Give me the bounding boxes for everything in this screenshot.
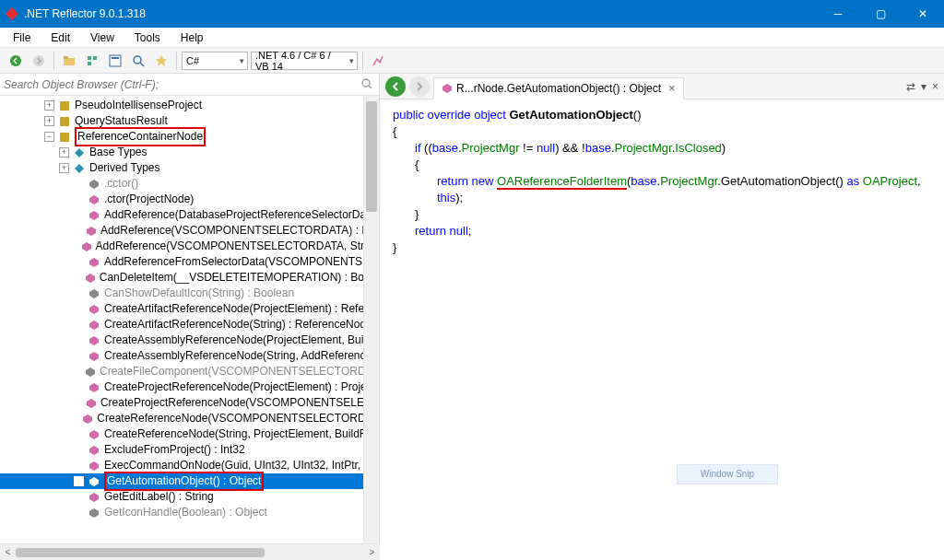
svg-rect-3 [64, 56, 68, 59]
folder-icon [72, 161, 86, 175]
tree-node[interactable]: GetIconHandle(Boolean) : Object [0, 505, 379, 520]
tree-node[interactable]: +Base Types [0, 145, 379, 160]
menu-edit[interactable]: Edit [47, 29, 74, 46]
code-tab-header: R...rNode.GetAutomationObject() : Object… [380, 74, 944, 99]
method-icon [87, 255, 100, 269]
tree-node[interactable]: ExcludeFromProject() : Int32 [0, 442, 379, 458]
code-view[interactable]: public override object GetAutomationObje… [380, 99, 944, 543]
assembly-list-button[interactable] [82, 51, 102, 71]
object-tree[interactable]: +PseudoIntellisenseProject +QueryStatusR… [0, 96, 379, 543]
method-icon [87, 459, 100, 472]
class-icon [57, 99, 71, 112]
search-input[interactable] [4, 78, 360, 91]
class-view-button[interactable] [105, 51, 125, 71]
search-button[interactable] [128, 51, 148, 71]
analyze-button[interactable] [368, 51, 388, 71]
open-button[interactable] [59, 51, 79, 71]
menu-view[interactable]: View [87, 29, 118, 46]
method-icon [87, 286, 100, 300]
method-icon [85, 396, 97, 410]
window-controls: ─ ▢ ✕ [817, 0, 944, 28]
method-icon [87, 302, 100, 316]
tree-node-reference-container[interactable]: −ReferenceContainerNode [0, 129, 379, 145]
method-icon [81, 239, 92, 253]
svg-rect-6 [88, 62, 91, 65]
menubar: File Edit View Tools Help [0, 28, 944, 48]
menu-file[interactable]: File [9, 29, 34, 46]
framework-select[interactable]: .NET 4.6 / C# 6 / VB 14 [251, 52, 358, 70]
titlebar: .NET Reflector 9.0.1.318 ─ ▢ ✕ [0, 0, 944, 28]
close-tab-icon[interactable]: × [668, 81, 676, 95]
menu-help[interactable]: Help [177, 29, 207, 46]
method-icon [442, 83, 453, 94]
close-panel-icon[interactable]: × [932, 80, 938, 93]
tree-node[interactable]: GetEditLabel() : String [0, 489, 379, 505]
bookmark-button[interactable] [151, 51, 171, 71]
tree-node[interactable]: +Derived Types [0, 160, 379, 176]
svg-rect-15 [60, 133, 69, 142]
tree-node[interactable]: CreateReferenceNode(String, ProjectEleme… [0, 426, 379, 442]
tree-node[interactable]: AddReferenceFromSelectorData(VSCOMPONENT… [0, 254, 379, 270]
app-title: .NET Reflector 9.0.1.318 [24, 7, 146, 20]
tree-node[interactable]: CanDeleteItem(__VSDELETEITEMOPERATION) :… [0, 270, 379, 286]
tree-node[interactable]: CreateArtifactReferenceNode(ProjectEleme… [0, 301, 379, 317]
tree-node[interactable]: CreateAssemblyReferenceNode(String, AddR… [0, 348, 379, 364]
tree-node[interactable]: +PseudoIntellisenseProject [0, 98, 379, 113]
tree-vscrollbar[interactable] [363, 96, 379, 543]
pin-icon[interactable]: ⇄ [906, 80, 915, 93]
method-icon [87, 506, 100, 519]
tree-node[interactable]: CreateProjectReferenceNode(ProjectElemen… [0, 379, 379, 395]
tree-node[interactable]: CreateProjectReferenceNode(VSCOMPONENTSE… [0, 395, 379, 411]
tree-node[interactable]: AddReference(VSCOMPONENTSELECTORDATA, St… [0, 239, 379, 254]
tree-node[interactable]: .cctor() [0, 176, 379, 192]
method-icon [87, 427, 100, 441]
toolbar: C# .NET 4.6 / C# 6 / VB 14 [0, 48, 944, 74]
forward-button[interactable] [29, 51, 49, 71]
svg-point-11 [362, 79, 370, 87]
tree-node[interactable]: CreateAssemblyReferenceNode(ProjectEleme… [0, 332, 379, 348]
code-panel: R...rNode.GetAutomationObject() : Object… [380, 74, 944, 543]
method-icon [87, 318, 100, 332]
tree-hscrollbar[interactable]: < > [0, 543, 380, 560]
method-icon [82, 412, 93, 426]
method-icon [85, 271, 96, 285]
method-icon [87, 490, 100, 504]
tree-node[interactable]: AddReference(DatabaseProjectReferenceSel… [0, 207, 379, 223]
svg-line-12 [369, 86, 372, 88]
svg-rect-14 [60, 117, 69, 126]
method-icon [87, 333, 100, 347]
language-select[interactable]: C# [182, 52, 248, 70]
back-button[interactable] [6, 51, 26, 71]
svg-line-10 [140, 63, 144, 66]
svg-rect-4 [88, 56, 91, 60]
dropdown-icon[interactable]: ▾ [921, 80, 926, 93]
svg-rect-13 [60, 101, 69, 111]
close-button[interactable]: ✕ [902, 0, 944, 28]
method-icon [85, 365, 96, 379]
svg-rect-7 [110, 55, 121, 66]
search-icon [360, 77, 375, 92]
svg-rect-2 [64, 58, 75, 65]
tree-node[interactable]: CreateReferenceNode(VSCOMPONENTSELECTORD… [0, 411, 379, 426]
code-forward-button[interactable] [409, 76, 430, 97]
menu-tools[interactable]: Tools [131, 29, 164, 46]
svg-point-0 [10, 55, 21, 66]
minimize-button[interactable]: ─ [817, 0, 859, 28]
tree-node[interactable]: CanShowDefaultIcon(String) : Boolean [0, 286, 379, 301]
folder-icon [72, 146, 86, 159]
method-icon [87, 349, 100, 363]
enum-icon [57, 114, 71, 128]
svg-point-1 [33, 55, 44, 66]
maximize-button[interactable]: ▢ [859, 0, 902, 28]
method-icon [87, 177, 100, 191]
object-browser-panel: +PseudoIntellisenseProject +QueryStatusR… [0, 74, 380, 543]
tree-node-getautomationobject[interactable]: GetAutomationObject() : Object [0, 473, 379, 489]
tree-node[interactable]: AddReference(VSCOMPONENTSELECTORDATA) : … [0, 223, 379, 239]
tree-node[interactable]: CreateFileComponent(VSCOMPONENTSELECTORD… [0, 364, 379, 379]
tree-node[interactable]: CreateArtifactReferenceNode(String) : Re… [0, 317, 379, 332]
method-icon [87, 380, 100, 394]
tree-node[interactable]: .ctor(ProjectNode) [0, 192, 379, 207]
code-back-button[interactable] [385, 76, 406, 97]
search-box[interactable] [0, 74, 379, 96]
code-tab[interactable]: R...rNode.GetAutomationObject() : Object… [433, 77, 684, 99]
